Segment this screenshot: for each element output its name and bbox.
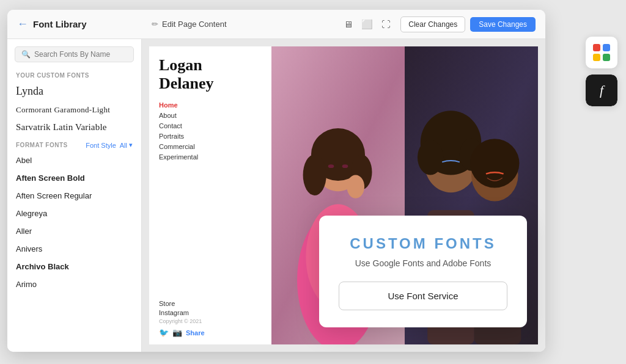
window-body: 🔍 YOUR CUSTOM FONTS Lynda Cormorant Gara… [7, 39, 545, 352]
google-fonts-icon-box[interactable] [586, 37, 617, 68]
nav-commercial[interactable]: Commercial [159, 143, 262, 150]
font-item-arimo[interactable]: Arimo [7, 275, 141, 293]
svg-point-5 [303, 155, 326, 195]
top-bar: ← Font Library ✏ Edit Page Content 🖥 ⬜ ⛶… [7, 10, 545, 39]
font-item-abel[interactable]: Abel [7, 151, 141, 169]
site-navigation: Home About Contact Portraits Commercial … [159, 101, 262, 161]
adobe-letter: f [600, 82, 603, 98]
search-area: 🔍 [7, 39, 141, 67]
custom-font-cormorant[interactable]: Cormorant Garamond-Light [7, 101, 141, 118]
custom-fonts-subtitle: Use Google Fonts and Adobe Fonts [339, 258, 507, 268]
share-link[interactable]: Share [186, 329, 205, 337]
clear-changes-button[interactable]: Clear Changes [400, 16, 465, 32]
site-name: LoganDelaney [159, 56, 262, 93]
edit-page-label: Edit Page Content [162, 20, 227, 29]
format-bar: FORMAT FONTS Font Style All ▾ [7, 136, 141, 151]
adobe-fonts-icon-box[interactable]: f [586, 75, 617, 106]
nav-contact[interactable]: Contact [159, 122, 262, 129]
adobe-fonts-icon: f [586, 75, 617, 106]
font-item-aller[interactable]: Aller [7, 222, 141, 240]
google-fonts-icon [591, 42, 613, 64]
desktop-view-icon[interactable]: 🖥 [344, 19, 353, 29]
svg-rect-21 [593, 54, 600, 61]
font-style-label: Font Style [86, 142, 116, 149]
format-label: FORMAT FONTS [16, 142, 68, 148]
service-overlay-card: CUSTOM FONTS Use Google Fonts and Adobe … [319, 216, 527, 327]
edit-icon: ✏ [152, 20, 158, 29]
search-box[interactable]: 🔍 [15, 46, 134, 62]
tablet-view-icon[interactable]: ⬜ [361, 19, 373, 30]
nav-portraits[interactable]: Portraits [159, 133, 262, 140]
search-icon: 🔍 [21, 50, 31, 59]
font-style-selector[interactable]: Font Style All ▾ [86, 141, 133, 149]
footer-social: 🐦 📷 Share [159, 328, 262, 337]
custom-fonts-overlay-title: CUSTOM FONTS [339, 235, 507, 252]
font-library-sidebar: 🔍 YOUR CUSTOM FONTS Lynda Cormorant Gara… [7, 39, 142, 352]
nav-about[interactable]: About [159, 112, 262, 119]
site-footer: Store Instagram Copyright © 2021 🐦 📷 Sha… [159, 300, 262, 337]
svg-point-7 [328, 164, 334, 168]
top-bar-center: ✏ Edit Page Content [152, 20, 344, 29]
svg-rect-22 [603, 54, 610, 61]
footer-instagram[interactable]: Instagram [159, 309, 262, 316]
top-bar-left: ← Font Library [17, 18, 152, 31]
font-style-value: All [120, 142, 127, 149]
svg-rect-19 [593, 44, 600, 51]
custom-fonts-section-label: YOUR CUSTOM FONTS [7, 67, 141, 81]
view-mode-icons: 🖥 ⬜ ⛶ [344, 19, 391, 30]
font-item-alegreya[interactable]: Alegreya [7, 205, 141, 222]
font-item-aften-bold[interactable]: Aften Screen Bold [7, 169, 141, 187]
svg-point-8 [342, 164, 348, 168]
custom-font-sarvatrik[interactable]: Sarvatrik Latin Variable [7, 118, 141, 136]
svg-point-9 [347, 175, 364, 198]
back-button[interactable]: ← [17, 18, 28, 31]
use-font-service-button[interactable]: Use Font Service [339, 282, 507, 310]
browser-window: ← Font Library ✏ Edit Page Content 🖥 ⬜ ⛶… [7, 10, 545, 352]
sidebar-title: Font Library [33, 19, 87, 29]
footer-store[interactable]: Store [159, 300, 262, 307]
nav-experimental[interactable]: Experimental [159, 153, 262, 161]
custom-font-lynda[interactable]: Lynda [7, 81, 141, 101]
svg-rect-20 [603, 44, 610, 51]
footer-copyright: Copyright © 2021 [159, 318, 262, 324]
font-item-anivers[interactable]: Anivers [7, 240, 141, 258]
side-service-icons: f [586, 37, 617, 106]
site-nav-panel: LoganDelaney Home About Contact Portrait… [149, 46, 271, 344]
chevron-down-icon: ▾ [129, 141, 133, 149]
nav-home[interactable]: Home [159, 101, 262, 109]
svg-point-13 [418, 140, 443, 175]
twitter-icon[interactable]: 🐦 [159, 328, 169, 337]
main-content: LoganDelaney Home About Contact Portrait… [142, 39, 545, 352]
search-input[interactable] [34, 50, 127, 59]
font-item-archivo-black[interactable]: Archivo Black [7, 258, 141, 275]
save-changes-button[interactable]: Save Changes [470, 17, 536, 32]
font-item-aften-regular[interactable]: Aften Screen Regular [7, 187, 141, 205]
instagram-icon[interactable]: 📷 [172, 328, 182, 337]
fullscreen-icon[interactable]: ⛶ [381, 19, 391, 29]
